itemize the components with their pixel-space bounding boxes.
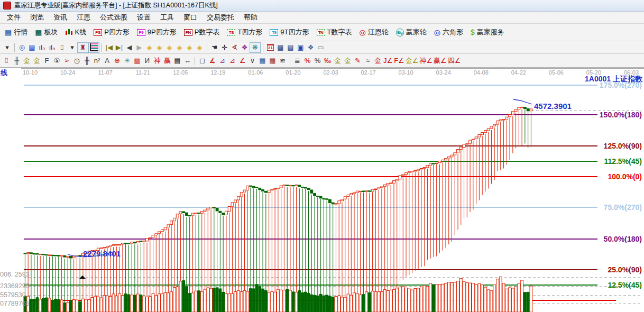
analysis-tool-icon[interactable]: ❋ bbox=[250, 42, 261, 53]
gold-ratio-2-icon[interactable]: 金 bbox=[32, 56, 42, 66]
gann-fan-icon[interactable]: ∡ bbox=[207, 56, 217, 66]
toolbar-button-t-number-table[interactable]: TNT数字表 bbox=[313, 26, 356, 39]
pitchfork-tool-icon[interactable]: A bbox=[102, 56, 112, 66]
calendar-tool-icon[interactable]: 21 bbox=[265, 43, 275, 52]
permille-icon[interactable]: ‰ bbox=[323, 56, 333, 66]
toolbar-button-t-square[interactable]: TST四方形 bbox=[223, 26, 266, 39]
menu-item-江恩[interactable]: 江恩 bbox=[72, 12, 95, 23]
magic-tool-icon[interactable]: 神 bbox=[152, 56, 162, 66]
toolbar-button-quotes[interactable]: ▤行情 bbox=[1, 26, 31, 39]
wave-tool-icon[interactable]: ≈ bbox=[363, 56, 373, 66]
toolbar-button-winner-wheel[interactable]: Big赢家轮 bbox=[392, 26, 430, 39]
fibonacci-tool-icon[interactable]: F bbox=[42, 56, 52, 66]
menu-item-交易委托[interactable]: 交易委托 bbox=[202, 12, 239, 23]
square-grid-2-icon[interactable]: ▦ bbox=[268, 56, 278, 66]
candle-pattern-icon[interactable]: ⌷ bbox=[2, 56, 12, 66]
candle-style-icon[interactable]: ⌷ bbox=[57, 43, 67, 52]
angle-tool-icon[interactable]: ∢ bbox=[229, 43, 240, 52]
toolbar-button-9t-square[interactable]: T99T四方形 bbox=[266, 26, 312, 39]
gann-box-purple-icon[interactable]: ⊿ bbox=[217, 56, 227, 66]
menu-item-浏览[interactable]: 浏览 bbox=[25, 12, 49, 23]
zoom-vertical-icon[interactable]: ◈ bbox=[185, 43, 195, 52]
magic-angle-icon[interactable]: 神∠ bbox=[419, 56, 433, 66]
candle-style-dropdown-icon[interactable]: ▾ bbox=[67, 43, 77, 52]
menu-item-资讯[interactable]: 资讯 bbox=[49, 12, 72, 23]
parallel-lines-icon[interactable]: ≋ bbox=[278, 56, 288, 66]
toolbar-button-p-square[interactable]: PSP四方形 bbox=[90, 26, 133, 39]
info-doc-icon[interactable]: ▤ bbox=[27, 43, 37, 52]
box-tool-icon[interactable]: ◻ bbox=[197, 56, 207, 66]
chart-canvas[interactable]: 175.0%(270)150.0%(180)125.0%(90)112.5%(4… bbox=[0, 68, 644, 312]
zoom-horizontal-icon[interactable]: ◈ bbox=[164, 43, 174, 52]
gold-circle-icon[interactable]: 金 bbox=[333, 56, 343, 66]
pan-right-icon[interactable]: ◈ bbox=[154, 43, 164, 52]
j-angle-icon[interactable]: J∠ bbox=[383, 56, 393, 66]
scale-tool-icon[interactable]: ≣ bbox=[292, 56, 302, 66]
price-table-icon[interactable]: ▤ bbox=[172, 56, 182, 66]
menu-item-文件[interactable]: 文件 bbox=[2, 12, 25, 23]
compress-horizontal-icon[interactable]: ◈ bbox=[174, 43, 185, 52]
toolbar-button-p-number-table[interactable]: PNP数字表 bbox=[180, 26, 224, 39]
nav-prev-icon[interactable]: ◀ bbox=[124, 43, 134, 52]
winner-tool-icon[interactable]: 赢 bbox=[162, 56, 172, 66]
crosshair-tool-icon[interactable]: ✛ bbox=[219, 43, 229, 52]
period-dropdown-icon[interactable]: ▾ bbox=[2, 43, 12, 52]
time-cycle-icon[interactable]: ◷ bbox=[72, 56, 82, 66]
nav-first-icon[interactable]: |◀ bbox=[104, 43, 114, 52]
gold-red-icon[interactable]: 金 bbox=[373, 56, 383, 66]
winner-angle-icon[interactable]: 赢∠ bbox=[433, 56, 447, 66]
square-grid-icon[interactable]: ▦ bbox=[257, 56, 268, 66]
span-measure-icon[interactable]: ↔ bbox=[182, 56, 192, 66]
gann-star-icon[interactable]: ✳ bbox=[122, 56, 132, 66]
svg-text:50.0%(180): 50.0%(180) bbox=[604, 235, 642, 243]
menu-item-公式选股[interactable]: 公式选股 bbox=[95, 12, 132, 23]
gann-box-red-icon[interactable]: ⊿ bbox=[227, 56, 237, 66]
f-angle-icon[interactable]: F∠ bbox=[393, 56, 405, 66]
angle-lines-icon[interactable]: ∠ bbox=[237, 56, 247, 66]
volume-profile-icon[interactable] bbox=[88, 42, 99, 53]
print-tool-icon[interactable]: ▭ bbox=[316, 43, 326, 52]
gann-grid-icon[interactable]: ▩ bbox=[132, 56, 142, 66]
wave-5-tool-icon[interactable]: ⑤ bbox=[52, 56, 62, 66]
nav-last-icon[interactable]: ▶| bbox=[114, 43, 124, 52]
price-ruler-icon[interactable]: ╫ bbox=[82, 56, 92, 66]
square-of-n-icon[interactable]: n² bbox=[92, 56, 102, 66]
gold-ratio-1-icon[interactable]: 金 bbox=[22, 56, 32, 66]
percent-red-icon[interactable]: % bbox=[302, 56, 312, 66]
t-square-label: T四方形 bbox=[237, 27, 262, 37]
four-angle-icon[interactable]: 四∠ bbox=[447, 56, 462, 66]
gold-angle-icon[interactable]: 金∠ bbox=[405, 56, 419, 66]
menu-item-帮助[interactable]: 帮助 bbox=[239, 12, 262, 23]
nav-next-icon[interactable]: ▶ bbox=[134, 43, 144, 52]
toolbar-button-9p-square[interactable]: P99P四方形 bbox=[133, 26, 180, 39]
zigzag-tool-icon[interactable]: И bbox=[142, 56, 152, 66]
menu-item-窗口[interactable]: 窗口 bbox=[179, 12, 202, 23]
toolbar-button-winner-service[interactable]: $赢家服务 bbox=[467, 26, 508, 39]
curve-tool-icon[interactable]: ◎ bbox=[17, 43, 27, 52]
percent-icon[interactable]: % bbox=[312, 56, 323, 66]
calculator-tool-icon[interactable]: ▦ bbox=[275, 43, 286, 52]
svg-text:4572.3901: 4572.3901 bbox=[534, 102, 572, 111]
gann-target-icon[interactable]: ⊕ bbox=[112, 56, 122, 66]
wave-lines-icon[interactable]: ∨ bbox=[247, 56, 257, 66]
gold-lines-icon[interactable]: 金 bbox=[343, 56, 353, 66]
menu-item-设置[interactable]: 设置 bbox=[132, 12, 155, 23]
hand-tool-icon[interactable]: ☚ bbox=[209, 43, 219, 52]
bars-9-icon[interactable]: ıl₉ bbox=[47, 43, 57, 52]
bars-3-icon[interactable]: ıl₃ bbox=[37, 43, 47, 52]
gann-shape-tool-icon[interactable]: ❖ bbox=[240, 43, 250, 52]
notes-tool-icon[interactable]: ▤ bbox=[286, 43, 296, 52]
save-tool-icon[interactable]: ▣ bbox=[296, 43, 306, 52]
draw-tool-icon[interactable]: ✎ bbox=[353, 56, 363, 66]
toolbar-button-sectors[interactable]: ▦板块 bbox=[31, 26, 61, 39]
network-tool-icon[interactable]: ❖ bbox=[306, 43, 316, 52]
menu-item-工具[interactable]: 工具 bbox=[155, 12, 179, 23]
toolbar-button-hexagon[interactable]: ◎六角形 bbox=[430, 26, 467, 39]
trend-rocket-icon[interactable]: ➢ bbox=[62, 56, 72, 66]
pan-left-icon[interactable]: ◈ bbox=[144, 43, 154, 52]
fit-screen-icon[interactable]: ◈ bbox=[195, 43, 205, 52]
grid-ruler-icon[interactable]: ╫ bbox=[12, 56, 22, 66]
toolbar-button-kline[interactable]: K线 bbox=[61, 26, 90, 39]
chip-distribution-icon[interactable]: ♜ bbox=[77, 42, 88, 53]
toolbar-button-gann-wheel[interactable]: ◎江恩轮 bbox=[355, 26, 392, 39]
